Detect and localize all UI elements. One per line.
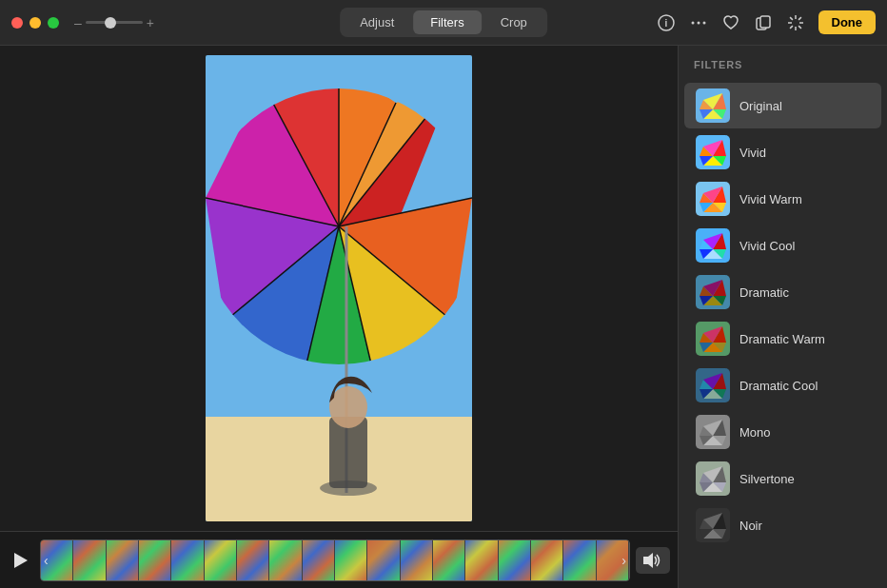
play-button[interactable] [8,547,34,574]
traffic-lights [11,17,59,29]
svg-text:i: i [664,18,667,29]
tab-filters[interactable]: Filters [413,10,481,34]
filter-item-original[interactable]: Original [684,83,881,128]
film-frame [303,540,335,580]
film-frame [237,540,269,580]
filters-sidebar: FILTERS Original [678,46,887,588]
filter-thumb-dramatic [696,275,730,309]
filter-item-vivid-cool[interactable]: Vivid Cool [684,223,881,268]
filter-thumb-vivid [696,135,730,169]
timeline-strip: ‹ › [0,531,678,588]
film-frame [367,540,400,580]
film-frame [107,540,139,580]
filter-list: Original Vivid [679,78,887,588]
filter-name-dramatic-warm: Dramatic Warm [739,332,825,346]
slider-track[interactable] [86,21,143,24]
tab-adjust[interactable]: Adjust [343,10,411,34]
film-strip [40,539,630,581]
photo-area: ‹ › [0,46,678,588]
svg-rect-6 [760,16,770,28]
filter-name-noir: Noir [739,519,762,533]
svg-point-3 [697,21,700,24]
svg-point-2 [691,21,694,24]
filter-name-vivid-warm: Vivid Warm [739,192,802,206]
filter-thumb-dramatic-warm [696,322,730,356]
brightness-minus-icon: – [74,16,82,29]
photo-image [206,55,472,521]
filter-name-dramatic-cool: Dramatic Cool [739,379,818,393]
filter-name-vivid: Vivid [739,146,766,160]
filter-name-original: Original [739,99,782,113]
magic-button[interactable] [786,13,805,32]
filter-item-noir[interactable]: Noir [684,502,881,548]
film-strip-container: ‹ › [40,539,630,581]
info-button[interactable]: i [657,13,676,32]
titlebar: – + Adjust Filters Crop i [0,0,887,46]
filter-item-vivid[interactable]: Vivid [684,129,881,175]
film-frame [205,540,237,580]
filter-name-mono: Mono [739,425,771,440]
tab-crop[interactable]: Crop [483,10,544,34]
filter-item-vivid-warm[interactable]: Vivid Warm [684,176,881,222]
film-frame [433,540,465,580]
svg-point-31 [329,386,367,428]
photo-frame [206,55,472,521]
volume-button[interactable] [636,547,670,574]
svg-line-11 [790,17,793,20]
more-button[interactable] [689,13,708,32]
main-content: ‹ › FILTERS [0,46,887,588]
film-frame [335,540,367,580]
toolbar-right: i [657,10,877,34]
film-frame [531,540,563,580]
filter-thumb-noir [696,508,730,542]
film-frame [139,540,171,580]
heart-button[interactable] [721,13,740,32]
close-button[interactable] [11,17,23,29]
filter-item-mono[interactable]: Mono [684,409,881,455]
svg-line-13 [798,17,801,20]
filter-name-vivid-cool: Vivid Cool [739,239,795,253]
filter-thumb-original [696,88,730,123]
filter-thumb-mono [696,415,730,449]
brightness-slider[interactable]: – + [74,16,154,29]
filter-thumb-vivid-warm [696,182,730,216]
film-frame [73,540,106,580]
filters-header: FILTERS [679,46,887,78]
filter-name-dramatic: Dramatic [739,285,789,300]
svg-marker-33 [643,553,653,568]
minimize-button[interactable] [30,17,41,29]
film-frame [563,540,596,580]
film-frame [499,540,531,580]
svg-point-4 [702,21,705,24]
film-frame [269,540,302,580]
film-next-arrow[interactable]: › [618,551,630,570]
filter-name-silvertone: Silvertone [739,472,795,486]
film-frame [171,540,204,580]
toolbar-tabs: Adjust Filters Crop [340,8,547,37]
done-button[interactable]: Done [818,10,877,34]
filter-item-dramatic-cool[interactable]: Dramatic Cool [684,363,881,408]
filter-thumb-silvertone [696,461,730,496]
duplicate-button[interactable] [754,13,773,32]
filter-item-dramatic[interactable]: Dramatic [684,269,881,315]
svg-marker-32 [14,553,28,568]
filter-thumb-dramatic-cool [696,368,730,402]
photo-canvas [0,46,678,531]
svg-line-14 [790,26,793,29]
film-frame [465,540,498,580]
filter-item-silvertone[interactable]: Silvertone [684,456,881,501]
filter-thumb-vivid-cool [696,228,730,263]
maximize-button[interactable] [48,17,59,29]
filter-item-dramatic-warm[interactable]: Dramatic Warm [684,316,881,362]
brightness-plus-icon: + [147,16,154,29]
film-frame [401,540,433,580]
film-prev-arrow[interactable]: ‹ [40,551,52,570]
slider-thumb[interactable] [105,17,116,29]
svg-line-12 [798,26,801,29]
